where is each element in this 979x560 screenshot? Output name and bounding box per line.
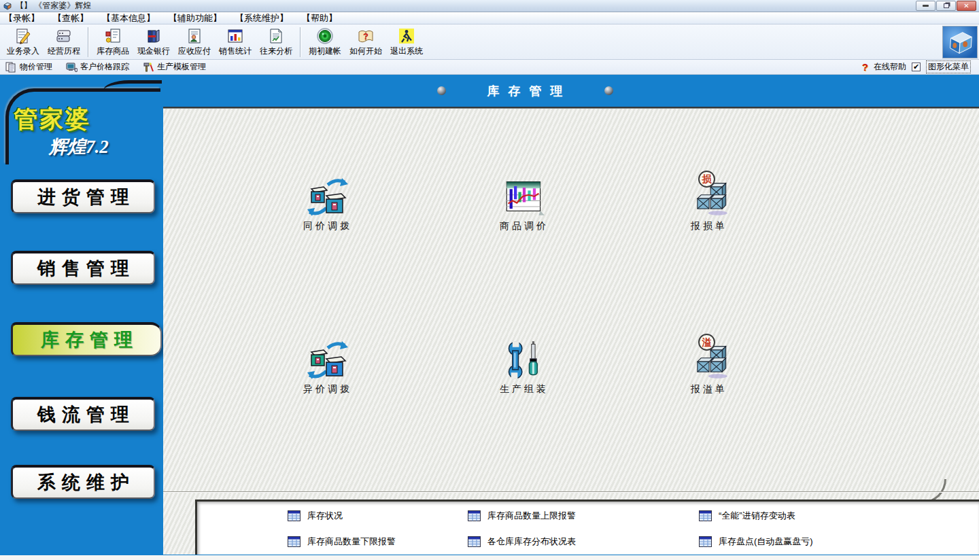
graphic-menu-checkbox[interactable]: ✔ bbox=[912, 63, 921, 71]
menu-help[interactable]: 【帮助】 bbox=[302, 12, 337, 24]
production-assembly-icon bbox=[504, 340, 545, 381]
link-inventory-count[interactable]: 库存盘点(自动盘赢盘亏) bbox=[699, 536, 813, 548]
menu-aux-functions[interactable]: 【辅助功能】 bbox=[169, 12, 222, 24]
graphic-menu-label[interactable]: 图形化菜单 bbox=[926, 60, 971, 73]
initial-account-target-icon bbox=[316, 27, 334, 45]
shortcut-same-price-transfer[interactable]: 同价调拨 bbox=[277, 177, 379, 253]
link-upper-limit-alert[interactable]: 库存商品数量上限报警 bbox=[468, 510, 576, 522]
toolbar-exit-system[interactable]: 退出系统 bbox=[386, 26, 427, 58]
sphere-icon bbox=[437, 86, 446, 95]
toolbar-business-entry[interactable]: 业务录入 bbox=[3, 26, 44, 58]
bottom-strip bbox=[0, 555, 979, 560]
shortcut-area: 同价调拨 bbox=[163, 109, 979, 555]
titlebar: 【】 《管家婆》辉煌 bbox=[0, 0, 979, 12]
note-pencil-icon bbox=[14, 27, 32, 45]
toolbar-separator bbox=[300, 27, 301, 57]
overflow-stamp: 溢 bbox=[698, 334, 715, 351]
toolbar-sales-stats[interactable]: 销售统计 bbox=[215, 26, 256, 58]
goods-reprice-chart-icon bbox=[504, 177, 545, 217]
subtoolbar-production-template[interactable]: 生产模板管理 bbox=[143, 61, 206, 73]
inventory-goods-icon bbox=[104, 27, 122, 45]
toolbar-contacts-analysis[interactable]: 往来分析 bbox=[256, 26, 296, 58]
app-logo-icon bbox=[3, 1, 12, 10]
link-warehouse-distribution[interactable]: 各仓库库存分布状况表 bbox=[468, 536, 576, 548]
toolbar-initial-account[interactable]: 期初建帐 bbox=[305, 26, 345, 58]
shortcut-loss-report[interactable]: 损 报损单 bbox=[658, 177, 760, 253]
table-report-icon bbox=[468, 510, 481, 521]
sales-chart-icon bbox=[226, 27, 244, 45]
sidebar-item-system[interactable]: 系统维护 bbox=[11, 465, 155, 499]
table-report-icon bbox=[288, 536, 300, 547]
brand-version: 辉煌7.2 bbox=[49, 138, 109, 156]
howto-book-icon: ? bbox=[357, 27, 375, 45]
restore-icon bbox=[944, 3, 949, 8]
price-docs-icon bbox=[5, 62, 17, 73]
table-report-icon bbox=[468, 536, 481, 547]
toolbar-receivable-payable[interactable]: 应收应付 bbox=[174, 26, 215, 58]
diff-price-transfer-icon bbox=[307, 340, 348, 381]
close-button[interactable] bbox=[957, 1, 976, 11]
report-links-panel: 库存状况 库存商品数量上限报警 bbox=[195, 500, 979, 555]
table-report-icon bbox=[288, 510, 300, 521]
table-report-icon bbox=[699, 536, 712, 547]
ledger-icon bbox=[55, 27, 73, 45]
toolbar-business-history[interactable]: 经营历程 bbox=[44, 26, 84, 58]
minimize-button[interactable] bbox=[916, 1, 935, 11]
toolbar: 业务录入 经营历程 库存商品 bbox=[0, 24, 979, 60]
menu-query[interactable]: 【查帐】 bbox=[53, 12, 88, 24]
customer-price-monitor-icon bbox=[66, 62, 78, 73]
sidebar: 管家婆 辉煌7.2 进货管理 销售管理 库存管理 钱流管理 系统维护 bbox=[0, 75, 163, 555]
app-body: 管家婆 辉煌7.2 进货管理 销售管理 库存管理 钱流管理 系统维护 库存管理 bbox=[0, 75, 979, 555]
main-panel: 库存管理 bbox=[163, 75, 979, 555]
shortcut-production-assembly[interactable]: 生产组装 bbox=[473, 340, 575, 416]
loss-stamp: 损 bbox=[698, 171, 715, 188]
brand-name: 管家婆 bbox=[14, 107, 109, 131]
template-tools-icon bbox=[143, 62, 154, 73]
sidebar-item-inventory[interactable]: 库存管理 bbox=[11, 322, 162, 356]
link-omnipotent-change-table[interactable]: “全能”进销存变动表 bbox=[699, 510, 795, 522]
menu-basic-info[interactable]: 【基本信息】 bbox=[102, 12, 155, 24]
subtoolbar-customer-price-tracking[interactable]: 客户价格跟踪 bbox=[66, 61, 129, 73]
link-inventory-status[interactable]: 库存状况 bbox=[288, 510, 343, 522]
sphere-icon bbox=[604, 86, 613, 95]
check-icon: ✔ bbox=[913, 63, 919, 71]
menu-record[interactable]: 【录帐】 bbox=[4, 12, 39, 24]
link-lower-limit-alert[interactable]: 库存商品数量下限报警 bbox=[288, 536, 396, 548]
toolbar-how-to-start[interactable]: ? 如何开始 bbox=[345, 26, 386, 58]
restore-button[interactable] bbox=[936, 1, 956, 11]
minimize-icon bbox=[923, 5, 929, 7]
toolbar-separator bbox=[88, 27, 89, 57]
online-help-icon: ? bbox=[862, 61, 868, 73]
toolbar-cash-bank[interactable]: 现金银行 bbox=[133, 26, 174, 58]
sidebar-item-sales[interactable]: 销售管理 bbox=[11, 251, 155, 285]
footer-divider bbox=[163, 491, 979, 493]
sidebar-item-cashflow[interactable]: 钱流管理 bbox=[11, 397, 155, 431]
menubar: 【录帐】 【查帐】 【基本信息】 【辅助功能】 【系统维护】 【帮助】 bbox=[0, 12, 979, 24]
subtoolbar-price-management[interactable]: 物价管理 bbox=[5, 61, 52, 73]
page-title: 库存管理 bbox=[479, 83, 572, 99]
cash-bank-icon bbox=[145, 27, 162, 45]
online-help-link[interactable]: 在线帮助 bbox=[874, 61, 906, 73]
sub-toolbar: 物价管理 客户价格跟踪 生产模板管理 ? 在线帮助 ✔ 图形化菜单 bbox=[0, 60, 979, 75]
section-header: 库存管理 bbox=[163, 75, 979, 107]
shortcut-diff-price-transfer[interactable]: 异价调拨 bbox=[277, 340, 379, 416]
shortcut-overflow-report[interactable]: 溢 报溢单 bbox=[658, 340, 760, 416]
same-price-transfer-icon bbox=[307, 177, 348, 217]
window-title: 【】 《管家婆》辉煌 bbox=[16, 0, 91, 12]
brand-logo: 管家婆 辉煌7.2 bbox=[14, 107, 109, 156]
analysis-doc-icon bbox=[267, 27, 285, 45]
app-window: 【】 《管家婆》辉煌 【录帐】 【查帐】 【基本信息】 【辅助功能】 【系统维护… bbox=[0, 0, 979, 560]
exit-runner-icon bbox=[398, 27, 415, 45]
toolbar-inventory-goods[interactable]: 库存商品 bbox=[92, 26, 133, 58]
table-report-icon bbox=[699, 510, 712, 521]
menu-system-maintenance[interactable]: 【系统维护】 bbox=[235, 12, 288, 24]
svg-text:?: ? bbox=[363, 31, 368, 41]
receivable-payable-icon bbox=[186, 27, 203, 45]
brand-cube-icon bbox=[943, 27, 977, 58]
sidebar-swoosh-decoration bbox=[103, 80, 162, 90]
brand-cube-panel bbox=[942, 26, 978, 58]
sidebar-item-purchase[interactable]: 进货管理 bbox=[11, 179, 155, 213]
shortcut-goods-reprice[interactable]: 商品调价 bbox=[473, 177, 575, 253]
